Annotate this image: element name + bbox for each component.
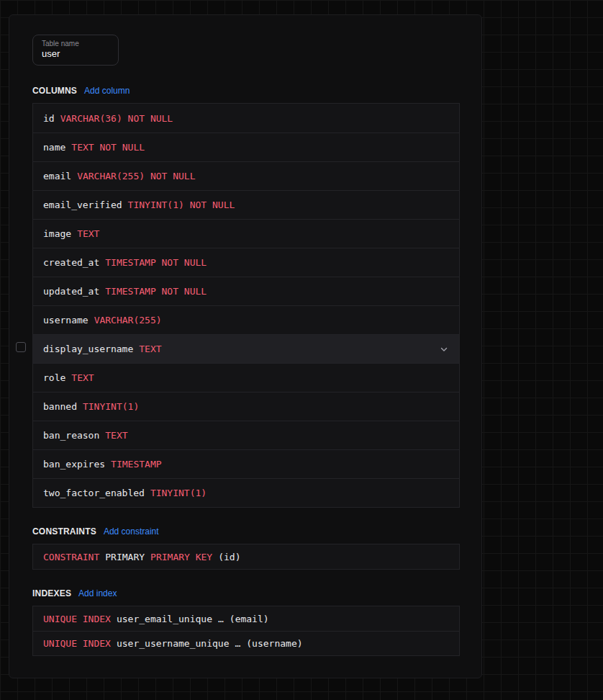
column-type: TINYINT(1)	[150, 488, 207, 498]
column-type: TIMESTAMP NOT NULL	[105, 286, 207, 297]
column-name: created_at	[43, 257, 99, 268]
index-columns: (email)	[230, 614, 269, 624]
column-name: role	[43, 372, 65, 383]
column-row-email[interactable]: email VARCHAR(255) NOT NULL	[33, 161, 459, 190]
column-row-image[interactable]: image TEXT	[33, 219, 459, 248]
index-name: user_email_unique	[117, 614, 212, 624]
constraint-row-primary[interactable]: CONSTRAINT PRIMARY PRIMARY KEY (id)	[33, 544, 459, 569]
constraint-columns: (id)	[218, 552, 240, 562]
index-keyword: UNIQUE INDEX	[43, 614, 111, 624]
table-name-input[interactable]: Table name user	[32, 35, 119, 66]
constraint-name: PRIMARY	[105, 552, 145, 562]
column-row-created_at[interactable]: created_at TIMESTAMP NOT NULL	[33, 248, 459, 277]
column-type: TIMESTAMP	[111, 459, 161, 470]
constraints-section-header: CONSTRAINTS Add constraint	[32, 526, 467, 537]
column-name: two_factor_enabled	[43, 488, 145, 498]
add-index-button[interactable]: Add index	[78, 588, 117, 598]
column-row-ban_reason[interactable]: ban_reason TEXT	[33, 421, 459, 449]
column-row-username[interactable]: username VARCHAR(255)	[33, 305, 459, 334]
column-row-two_factor_enabled[interactable]: two_factor_enabled TINYINT(1)	[33, 478, 459, 507]
column-type: TEXT	[139, 344, 161, 354]
row-select-checkbox[interactable]	[16, 342, 26, 352]
column-type: VARCHAR(255)	[94, 315, 162, 326]
chevron-down-icon[interactable]	[439, 344, 449, 354]
column-name: id	[43, 113, 55, 124]
column-type: VARCHAR(36) NOT NULL	[60, 113, 173, 124]
index-keyword: UNIQUE INDEX	[43, 638, 111, 649]
column-type: TIMESTAMP NOT NULL	[105, 257, 207, 268]
table-editor-panel: Table name user COLUMNS Add column id VA…	[9, 14, 482, 678]
indexes-list: UNIQUE INDEX user_email_unique … (email)…	[32, 606, 460, 656]
columns-section-header: COLUMNS Add column	[32, 86, 467, 96]
column-row-banned[interactable]: banned TINYINT(1)	[33, 392, 459, 421]
column-row-ban_expires[interactable]: ban_expires TIMESTAMP	[33, 449, 459, 478]
column-name: username	[43, 315, 89, 326]
column-name: name	[43, 142, 65, 153]
column-type: TEXT	[71, 372, 94, 383]
table-name-value: user	[42, 48, 109, 60]
column-name: image	[43, 228, 71, 239]
table-name-label: Table name	[42, 39, 109, 48]
constraint-definition: PRIMARY KEY	[150, 552, 212, 562]
column-name: updated_at	[43, 286, 99, 297]
columns-list: id VARCHAR(36) NOT NULL name TEXT NOT NU…	[32, 103, 460, 508]
column-type: TINYINT(1)	[83, 401, 139, 412]
column-type: TEXT NOT NULL	[71, 142, 145, 153]
add-column-button[interactable]: Add column	[84, 86, 130, 96]
column-row-email_verified[interactable]: email_verified TINYINT(1) NOT NULL	[33, 190, 459, 219]
index-row-user_email_unique[interactable]: UNIQUE INDEX user_email_unique … (email)	[33, 606, 459, 631]
column-name: ban_reason	[43, 430, 99, 441]
column-name: ban_expires	[43, 459, 105, 470]
column-row-updated_at[interactable]: updated_at TIMESTAMP NOT NULL	[33, 277, 459, 305]
index-columns: (username)	[246, 638, 302, 649]
constraint-keyword: CONSTRAINT	[43, 552, 99, 562]
index-row-user_username_unique[interactable]: UNIQUE INDEX user_username_unique … (use…	[33, 631, 459, 655]
column-row-name[interactable]: name TEXT NOT NULL	[33, 133, 459, 161]
column-row-display_username[interactable]: display_username TEXT	[33, 334, 459, 363]
index-name: user_username_unique	[117, 638, 230, 649]
column-name: email_verified	[43, 199, 122, 210]
index-ellipsis: …	[218, 614, 224, 624]
constraints-title: CONSTRAINTS	[32, 526, 96, 537]
column-type: TINYINT(1) NOT NULL	[128, 199, 235, 210]
column-name: banned	[43, 401, 77, 412]
column-row-role[interactable]: role TEXT	[33, 363, 459, 392]
column-type: TEXT	[77, 228, 99, 239]
indexes-title: INDEXES	[32, 588, 71, 598]
constraints-list: CONSTRAINT PRIMARY PRIMARY KEY (id)	[32, 544, 460, 570]
column-type: TEXT	[105, 430, 127, 441]
column-name: display_username	[43, 344, 133, 354]
column-row-id[interactable]: id VARCHAR(36) NOT NULL	[33, 104, 459, 133]
index-ellipsis: …	[235, 638, 240, 649]
column-name: email	[43, 171, 71, 181]
column-type: VARCHAR(255) NOT NULL	[77, 171, 195, 181]
add-constraint-button[interactable]: Add constraint	[104, 526, 159, 537]
columns-title: COLUMNS	[32, 86, 77, 96]
indexes-section-header: INDEXES Add index	[32, 588, 467, 598]
